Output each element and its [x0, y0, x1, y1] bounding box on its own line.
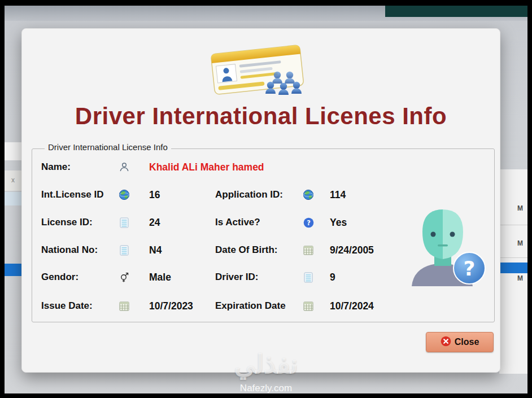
svg-text:?: ?	[307, 218, 311, 226]
background-selection-stripe-right	[499, 263, 527, 273]
national-no-value: N4	[149, 244, 162, 256]
background-left-band	[5, 192, 24, 205]
int-license-id-value: 16	[149, 189, 160, 201]
person-icon	[118, 161, 130, 173]
document-icon	[118, 244, 130, 256]
desktop-background: M M M x	[5, 6, 527, 393]
background-gridline	[499, 257, 527, 258]
license-id-label: License ID:	[41, 217, 93, 228]
groupbox-label: Driver International License Info	[45, 142, 171, 152]
background-text-fragment: M	[517, 239, 523, 247]
gender-icon	[118, 271, 130, 283]
close-button-label: Close	[455, 337, 479, 347]
background-text-fragment: x	[11, 176, 15, 184]
calendar-icon	[302, 244, 315, 256]
document-icon	[118, 216, 130, 229]
driver-id-value: 9	[330, 272, 335, 283]
name-label: Name:	[41, 161, 71, 173]
calendar-icon	[118, 300, 130, 312]
globe-icon	[118, 189, 130, 201]
svg-text:?: ?	[464, 257, 476, 280]
avatar-question-icon: ?	[399, 202, 490, 287]
gender-value: Male	[149, 272, 171, 283]
application-id-value: 114	[330, 189, 346, 201]
name-value: Khalid ALi Maher hamed	[149, 161, 264, 173]
expiration-date-label: Expiration Date	[215, 300, 286, 312]
expiration-date-value: 10/7/2024	[330, 300, 374, 312]
background-teal-bar	[385, 6, 527, 17]
id-card-icon	[204, 43, 320, 100]
driver-license-info-dialog: Driver International Licenes Info Driver…	[21, 28, 500, 373]
field-row: Issue Date: 10/7/2023 Expiration Date	[22, 300, 500, 315]
date-of-birth-value: 9/24/2005	[330, 244, 374, 256]
background-selection-stripe-left	[5, 264, 24, 276]
national-no-label: National No:	[41, 244, 98, 256]
date-of-birth-label: Date Of Birth:	[215, 244, 278, 256]
background-left-band	[5, 142, 24, 160]
driver-id-label: Driver ID:	[215, 272, 259, 283]
watermark-site: Nafezly.com	[5, 383, 527, 393]
int-license-id-label: Int.License ID	[41, 189, 104, 200]
close-x-icon	[441, 336, 451, 349]
dialog-title: Driver International Licenes Info	[22, 101, 500, 132]
issue-date-value: 10/7/2023	[149, 300, 193, 312]
application-id-label: Application ID:	[215, 189, 283, 200]
is-active-label: Is Active?	[215, 217, 260, 228]
background-gridline	[499, 225, 527, 225]
background-text-fragment: M	[517, 274, 523, 282]
globe-icon	[302, 189, 315, 201]
field-row-name: Name: Khalid ALi Maher hamed	[22, 161, 500, 176]
is-active-value: Yes	[330, 217, 347, 229]
license-id-value: 24	[149, 217, 160, 229]
calendar-icon	[302, 300, 315, 312]
help-icon: ?	[302, 216, 315, 229]
close-button[interactable]: Close	[426, 332, 494, 352]
gender-label: Gendor:	[41, 272, 79, 283]
issue-date-label: Issue Date:	[41, 300, 93, 312]
document-icon	[302, 271, 315, 283]
screenshot-frame: M M M x	[0, 0, 532, 398]
background-text-fragment: M	[517, 204, 523, 212]
